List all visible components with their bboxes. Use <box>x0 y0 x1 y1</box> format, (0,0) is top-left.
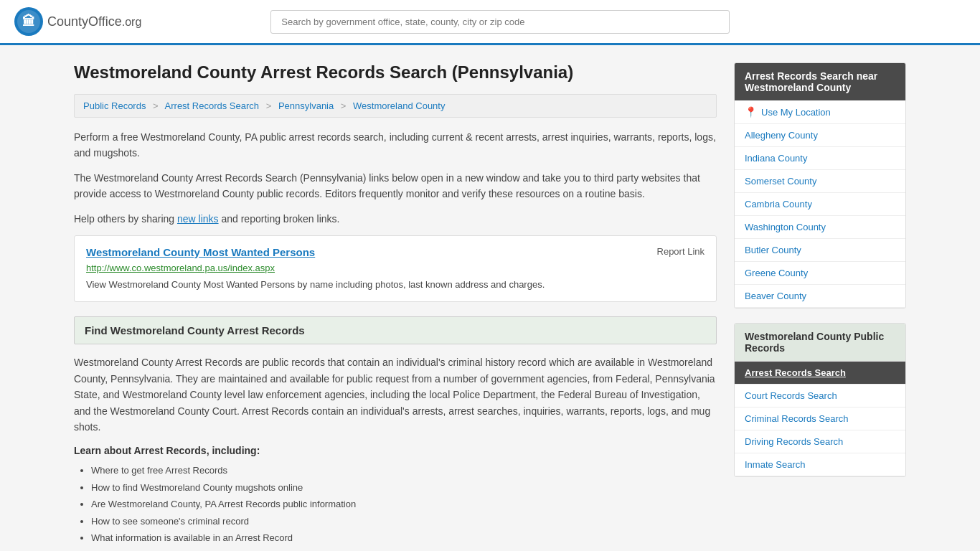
sidebar-public-records-section: Westmoreland County Public Records Arres… <box>734 323 906 477</box>
record-card-desc: View Westmoreland County Most Wanted Per… <box>86 278 705 292</box>
section-content: Westmoreland County Arrest Records are p… <box>74 354 717 435</box>
list-item: How to see someone's criminal record <box>91 513 717 529</box>
main-layout: Westmoreland County Arrest Records Searc… <box>60 45 920 551</box>
sidebar-item-allegheny[interactable]: Allegheny County <box>735 124 905 147</box>
logo-name: CountyOffice <box>47 14 122 29</box>
sidebar-item-butler[interactable]: Butler County <box>735 239 905 262</box>
sidebar-nearby-header: Arrest Records Search near Westmoreland … <box>735 63 905 100</box>
search-input[interactable] <box>270 10 730 34</box>
intro-para-1: Perform a free Westmoreland County, PA p… <box>74 129 717 161</box>
breadcrumb-county[interactable]: Westmoreland County <box>353 100 445 111</box>
header: 🏛 CountyOffice.org <box>0 0 980 45</box>
logo-suffix: .org <box>122 16 142 28</box>
breadcrumb-sep3: > <box>341 100 347 111</box>
logo[interactable]: 🏛 CountyOffice.org <box>14 7 141 36</box>
sidebar-item-somerset[interactable]: Somerset County <box>735 170 905 193</box>
sidebar-item-cambria[interactable]: Cambria County <box>735 193 905 216</box>
sidebar-item-greene[interactable]: Greene County <box>735 262 905 285</box>
location-icon: 📍 <box>745 106 757 118</box>
record-card-title[interactable]: Westmoreland County Most Wanted Persons <box>86 246 315 258</box>
new-links-link[interactable]: new links <box>177 213 219 225</box>
breadcrumb: Public Records > Arrest Records Search >… <box>74 94 717 118</box>
bullet-list: Where to get free Arrest Records How to … <box>74 462 717 546</box>
section-box: Find Westmoreland County Arrest Records <box>74 316 717 344</box>
intro-para-2: The Westmoreland County Arrest Records S… <box>74 170 717 202</box>
sidebar-item-indiana[interactable]: Indiana County <box>735 147 905 170</box>
breadcrumb-arrest-records[interactable]: Arrest Records Search <box>165 100 260 111</box>
logo-icon: 🏛 <box>14 7 43 36</box>
use-my-location-button[interactable]: 📍 Use My Location <box>735 100 905 124</box>
sidebar-item-inmate-search[interactable]: Inmate Search <box>735 453 905 476</box>
breadcrumb-sep2: > <box>266 100 272 111</box>
intro3-suffix: and reporting broken links. <box>219 213 340 225</box>
list-item: How to find Westmoreland County mugshots… <box>91 479 717 496</box>
record-card-header: Westmoreland County Most Wanted Persons … <box>86 246 705 258</box>
breadcrumb-sep1: > <box>153 100 159 111</box>
page-title: Westmoreland County Arrest Records Searc… <box>74 62 717 83</box>
sidebar: Arrest Records Search near Westmoreland … <box>734 62 906 546</box>
breadcrumb-pennsylvania[interactable]: Pennsylvania <box>278 100 334 111</box>
svg-text:🏛: 🏛 <box>22 14 35 29</box>
sidebar-item-arrest-records[interactable]: Arrest Records Search <box>735 362 905 385</box>
intro3-prefix: Help others by sharing <box>74 213 177 225</box>
record-card: Westmoreland County Most Wanted Persons … <box>74 235 717 303</box>
learn-title: Learn about Arrest Records, including: <box>74 445 717 456</box>
breadcrumb-public-records[interactable]: Public Records <box>83 100 146 111</box>
sidebar-item-beaver[interactable]: Beaver County <box>735 285 905 308</box>
search-bar <box>270 10 730 34</box>
report-link-button[interactable]: Report Link <box>657 246 705 257</box>
section-box-title: Find Westmoreland County Arrest Records <box>85 324 305 336</box>
sidebar-item-driving-records[interactable]: Driving Records Search <box>735 430 905 453</box>
sidebar-item-court-records[interactable]: Court Records Search <box>735 385 905 408</box>
sidebar-item-criminal-records[interactable]: Criminal Records Search <box>735 408 905 430</box>
content-area: Westmoreland County Arrest Records Searc… <box>74 62 717 546</box>
list-item: Where to get free Arrest Records <box>91 462 717 479</box>
sidebar-nearby-section: Arrest Records Search near Westmoreland … <box>734 62 906 309</box>
logo-text: CountyOffice.org <box>47 14 141 29</box>
sidebar-public-records-header: Westmoreland County Public Records <box>735 324 905 362</box>
list-item: Are Westmoreland County, PA Arrest Recor… <box>91 496 717 512</box>
intro-para-3: Help others by sharing new links and rep… <box>74 211 717 227</box>
list-item: What information is available in an Arre… <box>91 529 717 546</box>
use-location-label: Use My Location <box>761 107 831 118</box>
sidebar-item-washington[interactable]: Washington County <box>735 216 905 239</box>
record-card-url[interactable]: http://www.co.westmoreland.pa.us/index.a… <box>86 263 705 273</box>
